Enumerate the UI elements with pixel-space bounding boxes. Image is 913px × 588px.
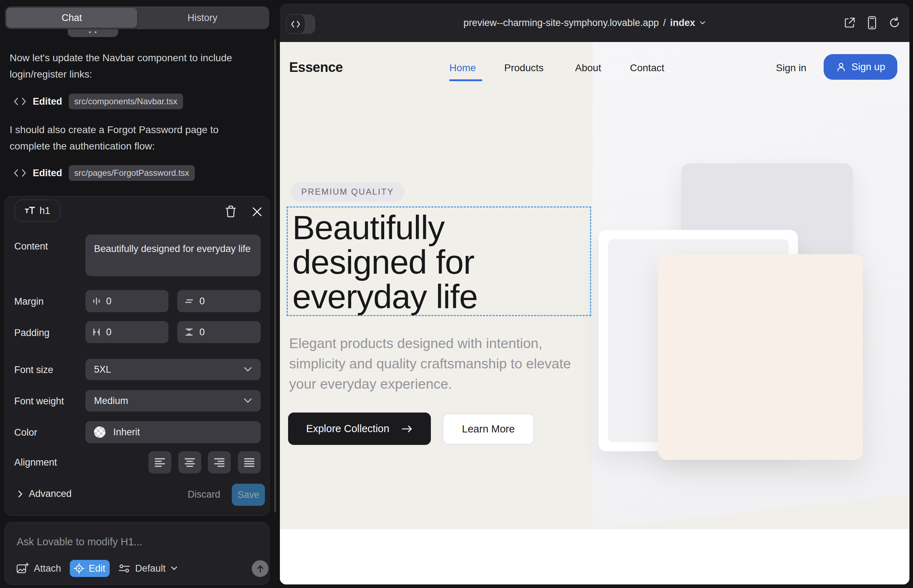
font-weight-select[interactable]: Medium	[86, 390, 261, 412]
chat-composer[interactable]: Ask Lovable to modify H1... Attach Edit	[5, 522, 270, 585]
code-icon	[13, 97, 26, 106]
preview-url: preview--charming-site-symphony.lovable.…	[464, 18, 659, 29]
file-edit-row: Edited src/components/Navbar.tsx	[13, 94, 183, 109]
file-chip[interactable]: src/components/Navbar.tsx	[69, 94, 183, 109]
align-left-button[interactable]	[149, 451, 171, 473]
hero-paragraph: Elegant products designed with intention…	[289, 333, 581, 394]
delete-element-button[interactable]	[223, 204, 239, 218]
dot	[89, 31, 91, 33]
align-justify-button[interactable]	[238, 451, 261, 473]
site-viewport: Essence Home Products About Contact Sign…	[280, 42, 910, 585]
code-icon	[13, 168, 26, 178]
type-icon	[24, 206, 35, 215]
refresh-icon[interactable]	[888, 16, 901, 29]
padding-x-icon	[92, 328, 100, 337]
h1-selection-outline[interactable]: Beautifully designed for everyday life	[287, 207, 591, 316]
element-tag-label: h1	[39, 205, 50, 216]
lovable-side-panel: Chat History Now let's update the Navbar…	[0, 0, 277, 588]
app-window: Chat History Now let's update the Navbar…	[0, 0, 913, 588]
hero-heading: Beautifully designed for everyday life	[288, 207, 587, 314]
hero-card-cream	[658, 254, 863, 460]
chevron-down-icon	[244, 367, 252, 372]
tab-chat[interactable]: Chat	[6, 8, 137, 28]
panel-tabs: Chat History	[5, 6, 269, 29]
save-button[interactable]: Save	[232, 484, 265, 506]
mode-label: Default	[135, 563, 166, 574]
mobile-view-icon[interactable]	[868, 16, 877, 29]
advanced-label: Advanced	[29, 488, 71, 499]
file-chip[interactable]: src/pages/ForgotPassword.tsx	[69, 165, 195, 181]
nav-link-products[interactable]: Products	[504, 62, 544, 74]
explore-collection-button[interactable]: Explore Collection	[288, 412, 431, 445]
composer-toolbar: Attach Edit Default	[16, 559, 178, 577]
margin-x-input[interactable]: 0	[86, 290, 168, 312]
open-external-icon[interactable]	[843, 16, 856, 29]
color-label: Color	[14, 427, 37, 438]
attach-label: Attach	[34, 563, 61, 574]
align-center-button[interactable]	[178, 451, 201, 473]
margin-x-value: 0	[106, 296, 112, 307]
color-value: Inherit	[113, 427, 140, 438]
page-name: index	[670, 18, 695, 29]
composer-input[interactable]: Ask Lovable to modify H1...	[17, 536, 142, 548]
chevron-down-icon	[699, 21, 706, 25]
close-icon[interactable]	[250, 205, 264, 218]
discard-button[interactable]: Discard	[188, 489, 220, 500]
color-select[interactable]: Inherit	[86, 421, 261, 443]
margin-y-input[interactable]: 0	[177, 290, 261, 312]
nav-link-home[interactable]: Home	[449, 62, 476, 74]
sliders-icon	[118, 563, 130, 574]
tab-history[interactable]: History	[137, 8, 268, 28]
dot	[95, 31, 97, 33]
attach-button[interactable]: Attach	[16, 562, 61, 575]
font-weight-label: Font weight	[14, 396, 64, 407]
nav-link-about[interactable]: About	[575, 62, 601, 74]
chat-scrollbar[interactable]	[274, 39, 276, 512]
selected-element-pill[interactable]: h1	[15, 200, 60, 222]
nav-active-underline	[449, 79, 482, 81]
margin-label: Margin	[14, 296, 44, 307]
chat-message: I should also create a Forgot Password p…	[10, 122, 255, 155]
sign-up-label: Sign up	[851, 61, 885, 73]
padding-y-input[interactable]: 0	[177, 321, 261, 343]
font-size-value: 5XL	[94, 364, 111, 375]
arrow-up-icon	[256, 564, 264, 573]
chevron-right-icon	[18, 490, 23, 498]
site-logo[interactable]: Essence	[289, 60, 343, 75]
file-edit-row: Edited src/pages/ForgotPassword.tsx	[13, 165, 195, 181]
edit-mode-button[interactable]: Edit	[70, 560, 110, 577]
send-button[interactable]	[252, 560, 269, 577]
image-plus-icon	[16, 562, 29, 575]
padding-x-input[interactable]: 0	[86, 321, 168, 343]
edited-label: Edited	[33, 96, 62, 107]
premium-quality-badge: PREMIUM QUALITY	[291, 182, 405, 202]
advanced-toggle[interactable]: Advanced	[18, 488, 71, 499]
model-selector[interactable]: Default	[118, 563, 178, 574]
cta-primary-label: Explore Collection	[306, 423, 390, 435]
chat-message: Now let's update the Navbar component to…	[10, 50, 255, 82]
preview-browser-window: preview--charming-site-symphony.lovable.…	[280, 3, 910, 585]
margin-y-value: 0	[199, 296, 205, 307]
font-size-label: Font size	[14, 365, 53, 375]
nav-link-contact[interactable]: Contact	[630, 62, 664, 74]
arrow-right-icon	[401, 425, 413, 433]
sign-up-button[interactable]: Sign up	[824, 54, 897, 80]
content-label: Content	[14, 241, 48, 252]
chrome-actions	[843, 3, 901, 42]
edit-label: Edit	[89, 563, 105, 574]
align-right-button[interactable]	[208, 451, 231, 473]
element-editor-panel: h1 Content Beautifully designed for ever…	[5, 196, 270, 516]
font-size-select[interactable]: 5XL	[86, 359, 261, 380]
sign-in-link[interactable]: Sign in	[776, 62, 806, 74]
color-swatch	[94, 426, 105, 438]
url-bar[interactable]: preview--charming-site-symphony.lovable.…	[270, 3, 900, 42]
below-hero-section	[280, 529, 910, 585]
padding-y-value: 0	[199, 327, 205, 338]
url-separator: /	[663, 18, 666, 29]
content-textarea[interactable]: Beautifully designed for everyday life	[86, 234, 261, 276]
chevron-down-icon	[244, 398, 252, 404]
alignment-label: Alignment	[14, 457, 57, 468]
padding-label: Padding	[14, 328, 50, 339]
hero-section: Essence Home Products About Contact Sign…	[280, 42, 910, 529]
learn-more-button[interactable]: Learn More	[443, 414, 534, 444]
